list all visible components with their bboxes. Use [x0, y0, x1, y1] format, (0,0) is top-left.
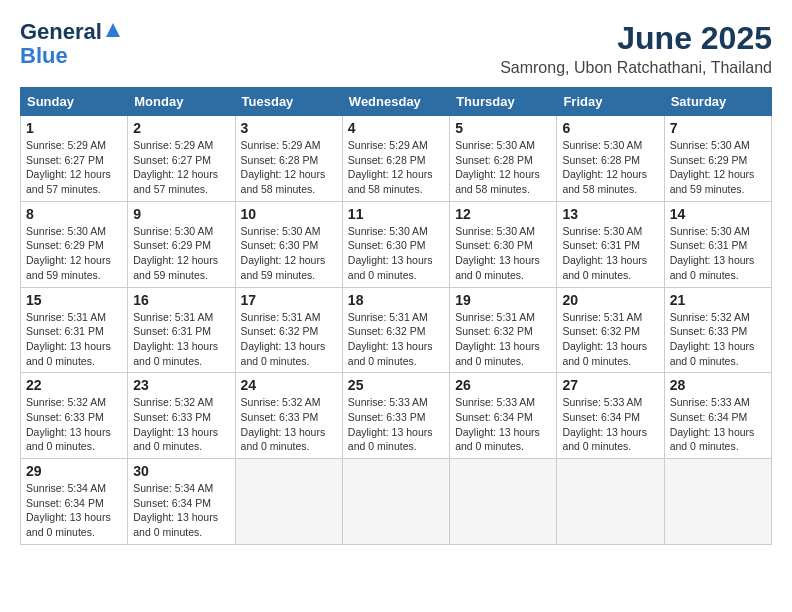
- day-number: 22: [26, 377, 122, 393]
- calendar-header-thursday: Thursday: [450, 88, 557, 116]
- calendar-cell-17: 17Sunrise: 5:31 AMSunset: 6:32 PMDayligh…: [235, 287, 342, 373]
- day-number: 26: [455, 377, 551, 393]
- day-number: 21: [670, 292, 766, 308]
- calendar-header-friday: Friday: [557, 88, 664, 116]
- calendar-cell-7: 7Sunrise: 5:30 AMSunset: 6:29 PMDaylight…: [664, 116, 771, 202]
- calendar-cell-20: 20Sunrise: 5:31 AMSunset: 6:32 PMDayligh…: [557, 287, 664, 373]
- day-info: Sunrise: 5:34 AMSunset: 6:34 PMDaylight:…: [133, 481, 229, 540]
- calendar-cell-30: 30Sunrise: 5:34 AMSunset: 6:34 PMDayligh…: [128, 459, 235, 545]
- logo-blue: Blue: [20, 44, 68, 68]
- day-number: 17: [241, 292, 337, 308]
- day-info: Sunrise: 5:33 AMSunset: 6:34 PMDaylight:…: [455, 395, 551, 454]
- day-info: Sunrise: 5:32 AMSunset: 6:33 PMDaylight:…: [241, 395, 337, 454]
- day-number: 25: [348, 377, 444, 393]
- day-number: 9: [133, 206, 229, 222]
- calendar-cell-4: 4Sunrise: 5:29 AMSunset: 6:28 PMDaylight…: [342, 116, 449, 202]
- calendar-week-3: 15Sunrise: 5:31 AMSunset: 6:31 PMDayligh…: [21, 287, 772, 373]
- calendar-cell-23: 23Sunrise: 5:32 AMSunset: 6:33 PMDayligh…: [128, 373, 235, 459]
- calendar-cell-27: 27Sunrise: 5:33 AMSunset: 6:34 PMDayligh…: [557, 373, 664, 459]
- title-block: June 2025 Samrong, Ubon Ratchathani, Tha…: [500, 20, 772, 77]
- day-number: 1: [26, 120, 122, 136]
- day-info: Sunrise: 5:34 AMSunset: 6:34 PMDaylight:…: [26, 481, 122, 540]
- calendar-header-saturday: Saturday: [664, 88, 771, 116]
- day-number: 30: [133, 463, 229, 479]
- calendar-cell-26: 26Sunrise: 5:33 AMSunset: 6:34 PMDayligh…: [450, 373, 557, 459]
- day-info: Sunrise: 5:31 AMSunset: 6:32 PMDaylight:…: [241, 310, 337, 369]
- day-number: 28: [670, 377, 766, 393]
- day-number: 20: [562, 292, 658, 308]
- calendar-cell-10: 10Sunrise: 5:30 AMSunset: 6:30 PMDayligh…: [235, 201, 342, 287]
- calendar-cell-14: 14Sunrise: 5:30 AMSunset: 6:31 PMDayligh…: [664, 201, 771, 287]
- day-info: Sunrise: 5:31 AMSunset: 6:32 PMDaylight:…: [455, 310, 551, 369]
- day-info: Sunrise: 5:30 AMSunset: 6:28 PMDaylight:…: [455, 138, 551, 197]
- calendar-cell-empty: [450, 459, 557, 545]
- day-number: 27: [562, 377, 658, 393]
- day-info: Sunrise: 5:29 AMSunset: 6:27 PMDaylight:…: [133, 138, 229, 197]
- calendar-cell-empty: [235, 459, 342, 545]
- calendar-header-row: SundayMondayTuesdayWednesdayThursdayFrid…: [21, 88, 772, 116]
- day-number: 18: [348, 292, 444, 308]
- day-info: Sunrise: 5:33 AMSunset: 6:34 PMDaylight:…: [562, 395, 658, 454]
- day-info: Sunrise: 5:31 AMSunset: 6:32 PMDaylight:…: [562, 310, 658, 369]
- day-number: 11: [348, 206, 444, 222]
- calendar-week-4: 22Sunrise: 5:32 AMSunset: 6:33 PMDayligh…: [21, 373, 772, 459]
- day-info: Sunrise: 5:30 AMSunset: 6:30 PMDaylight:…: [348, 224, 444, 283]
- day-info: Sunrise: 5:31 AMSunset: 6:32 PMDaylight:…: [348, 310, 444, 369]
- page-header: General Blue June 2025 Samrong, Ubon Rat…: [20, 20, 772, 77]
- day-number: 2: [133, 120, 229, 136]
- day-number: 15: [26, 292, 122, 308]
- calendar-cell-16: 16Sunrise: 5:31 AMSunset: 6:31 PMDayligh…: [128, 287, 235, 373]
- day-info: Sunrise: 5:30 AMSunset: 6:31 PMDaylight:…: [562, 224, 658, 283]
- day-info: Sunrise: 5:32 AMSunset: 6:33 PMDaylight:…: [133, 395, 229, 454]
- calendar-cell-18: 18Sunrise: 5:31 AMSunset: 6:32 PMDayligh…: [342, 287, 449, 373]
- logo-icon: [104, 21, 122, 39]
- day-info: Sunrise: 5:30 AMSunset: 6:29 PMDaylight:…: [133, 224, 229, 283]
- day-number: 12: [455, 206, 551, 222]
- day-info: Sunrise: 5:29 AMSunset: 6:28 PMDaylight:…: [241, 138, 337, 197]
- day-number: 7: [670, 120, 766, 136]
- day-info: Sunrise: 5:29 AMSunset: 6:28 PMDaylight:…: [348, 138, 444, 197]
- day-number: 13: [562, 206, 658, 222]
- calendar-cell-5: 5Sunrise: 5:30 AMSunset: 6:28 PMDaylight…: [450, 116, 557, 202]
- calendar-header-sunday: Sunday: [21, 88, 128, 116]
- calendar-cell-2: 2Sunrise: 5:29 AMSunset: 6:27 PMDaylight…: [128, 116, 235, 202]
- calendar-cell-12: 12Sunrise: 5:30 AMSunset: 6:30 PMDayligh…: [450, 201, 557, 287]
- calendar-cell-8: 8Sunrise: 5:30 AMSunset: 6:29 PMDaylight…: [21, 201, 128, 287]
- calendar-cell-28: 28Sunrise: 5:33 AMSunset: 6:34 PMDayligh…: [664, 373, 771, 459]
- logo-general: General: [20, 20, 102, 44]
- calendar-week-2: 8Sunrise: 5:30 AMSunset: 6:29 PMDaylight…: [21, 201, 772, 287]
- day-info: Sunrise: 5:29 AMSunset: 6:27 PMDaylight:…: [26, 138, 122, 197]
- calendar-cell-empty: [342, 459, 449, 545]
- calendar-header-monday: Monday: [128, 88, 235, 116]
- day-number: 29: [26, 463, 122, 479]
- calendar-cell-22: 22Sunrise: 5:32 AMSunset: 6:33 PMDayligh…: [21, 373, 128, 459]
- calendar-week-5: 29Sunrise: 5:34 AMSunset: 6:34 PMDayligh…: [21, 459, 772, 545]
- day-info: Sunrise: 5:30 AMSunset: 6:29 PMDaylight:…: [26, 224, 122, 283]
- day-info: Sunrise: 5:32 AMSunset: 6:33 PMDaylight:…: [26, 395, 122, 454]
- calendar-cell-empty: [557, 459, 664, 545]
- day-number: 6: [562, 120, 658, 136]
- calendar-header-tuesday: Tuesday: [235, 88, 342, 116]
- day-info: Sunrise: 5:30 AMSunset: 6:31 PMDaylight:…: [670, 224, 766, 283]
- day-number: 5: [455, 120, 551, 136]
- calendar-cell-15: 15Sunrise: 5:31 AMSunset: 6:31 PMDayligh…: [21, 287, 128, 373]
- calendar-cell-3: 3Sunrise: 5:29 AMSunset: 6:28 PMDaylight…: [235, 116, 342, 202]
- day-info: Sunrise: 5:33 AMSunset: 6:34 PMDaylight:…: [670, 395, 766, 454]
- day-number: 10: [241, 206, 337, 222]
- calendar-cell-24: 24Sunrise: 5:32 AMSunset: 6:33 PMDayligh…: [235, 373, 342, 459]
- day-info: Sunrise: 5:30 AMSunset: 6:29 PMDaylight:…: [670, 138, 766, 197]
- day-info: Sunrise: 5:31 AMSunset: 6:31 PMDaylight:…: [133, 310, 229, 369]
- calendar-cell-21: 21Sunrise: 5:32 AMSunset: 6:33 PMDayligh…: [664, 287, 771, 373]
- day-number: 16: [133, 292, 229, 308]
- day-number: 8: [26, 206, 122, 222]
- svg-marker-0: [106, 23, 120, 37]
- calendar-cell-25: 25Sunrise: 5:33 AMSunset: 6:33 PMDayligh…: [342, 373, 449, 459]
- day-number: 3: [241, 120, 337, 136]
- day-info: Sunrise: 5:31 AMSunset: 6:31 PMDaylight:…: [26, 310, 122, 369]
- calendar-header-wednesday: Wednesday: [342, 88, 449, 116]
- day-info: Sunrise: 5:30 AMSunset: 6:30 PMDaylight:…: [455, 224, 551, 283]
- day-number: 14: [670, 206, 766, 222]
- calendar-cell-19: 19Sunrise: 5:31 AMSunset: 6:32 PMDayligh…: [450, 287, 557, 373]
- calendar-table: SundayMondayTuesdayWednesdayThursdayFrid…: [20, 87, 772, 545]
- day-number: 4: [348, 120, 444, 136]
